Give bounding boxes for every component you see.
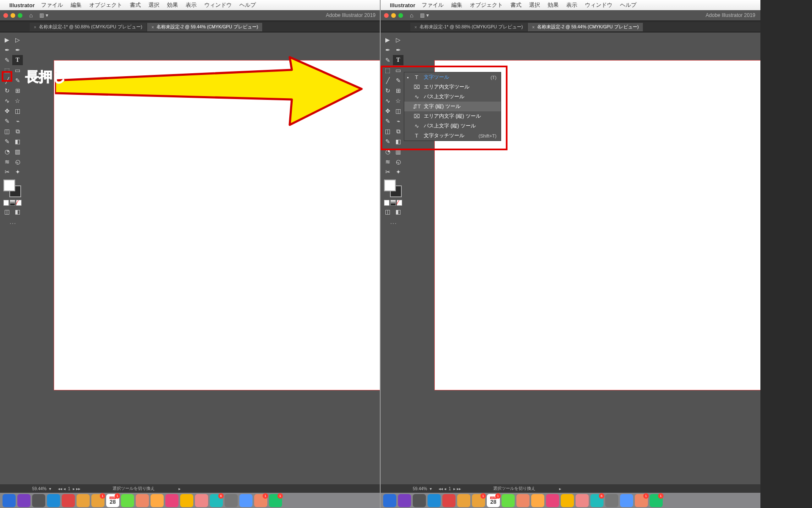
screen-mode[interactable]: ◫ — [382, 207, 393, 217]
menu-file[interactable]: ファイル — [37, 1, 67, 9]
pen-tool[interactable]: ✒ — [382, 45, 393, 55]
window-minimize-button[interactable] — [11, 13, 15, 18]
menu-view[interactable]: 表示 — [182, 1, 200, 9]
dock-app-icon[interactable] — [531, 494, 544, 507]
dock-app-icon[interactable] — [442, 494, 455, 507]
blend-tool[interactable]: ⧉ — [12, 126, 23, 136]
none-mode[interactable]: ⁄ — [16, 200, 22, 206]
menu-edit[interactable]: 編集 — [447, 1, 466, 9]
width-tool[interactable]: ∿ — [2, 96, 12, 106]
dock-app-icon[interactable] — [383, 494, 396, 507]
menu-window[interactable]: ウィンドウ — [200, 1, 236, 9]
window-zoom-button[interactable] — [18, 13, 22, 18]
type-tool[interactable]: T — [12, 55, 23, 65]
menu-help[interactable]: ヘルプ — [616, 1, 640, 9]
dock-app-icon[interactable] — [620, 494, 633, 507]
app-name[interactable]: Illustrator — [390, 2, 415, 8]
dock-app-icon[interactable] — [576, 494, 589, 507]
curvature-tool[interactable]: ✒ — [393, 45, 403, 55]
gradient-tool[interactable]: ⌁ — [12, 116, 23, 126]
shape-builder-tool[interactable]: ✥ — [2, 106, 12, 116]
artboard-tool[interactable]: ◔ — [2, 146, 12, 157]
dock-app-icon[interactable] — [239, 494, 252, 507]
window-zoom-button[interactable] — [398, 13, 403, 18]
line-tool[interactable]: ▭ — [12, 65, 23, 75]
slice-tool[interactable]: ▥ — [12, 146, 23, 157]
menu-type[interactable]: 書式 — [507, 1, 525, 9]
direct-selection-tool[interactable]: ▷ — [393, 35, 403, 45]
screen-mode[interactable]: ◧ — [393, 207, 403, 217]
document-tab[interactable]: ×名称未設定-2 @ 59.44% (CMYK/GPU プレビュー) — [147, 23, 262, 31]
type-tool[interactable]: T — [393, 55, 403, 65]
menu-edit[interactable]: 編集 — [67, 1, 85, 9]
dock-app-icon[interactable]: 6 — [210, 494, 223, 507]
hand-tool[interactable]: ≋ — [382, 157, 393, 167]
mesh-tool[interactable]: ✎ — [2, 116, 12, 126]
screen-mode[interactable]: ◧ — [12, 207, 23, 217]
screen-mode[interactable]: ◫ — [2, 207, 12, 217]
dock-app-icon[interactable] — [398, 494, 411, 507]
dock-app-icon[interactable] — [3, 494, 16, 507]
curvature-tool[interactable]: ✒ — [12, 45, 23, 55]
gradient-mode[interactable] — [390, 200, 396, 206]
dock-app-icon[interactable] — [413, 494, 426, 507]
edit-toolbar[interactable]: ⋯ — [382, 217, 404, 229]
close-tab-icon[interactable]: × — [151, 25, 154, 30]
column-graph-tool[interactable]: ◧ — [12, 136, 23, 146]
artboard-number[interactable]: 1 — [68, 486, 71, 491]
close-tab-icon[interactable]: × — [414, 25, 417, 30]
free-transform-tool[interactable]: ☆ — [12, 96, 23, 106]
measure-tool[interactable]: ✦ — [393, 167, 403, 177]
dock-app-icon[interactable] — [195, 494, 208, 507]
artboard-number[interactable]: 1 — [449, 486, 451, 491]
dock-app-icon[interactable]: 1 — [91, 494, 104, 507]
dock-app-icon[interactable] — [546, 494, 559, 507]
dock-app-icon[interactable]: 1 — [269, 494, 282, 507]
rectangle-tool[interactable]: ⬚ — [2, 65, 12, 75]
dock-app-icon[interactable] — [516, 494, 529, 507]
eyedropper-tool[interactable]: ✂ — [2, 167, 12, 177]
dock-app-icon[interactable]: 10月281 — [487, 494, 500, 507]
window-close-button[interactable] — [384, 13, 389, 18]
measure-tool[interactable]: ✦ — [12, 167, 23, 177]
document-tab[interactable]: ×名称未設定-1* @ 50.88% (CMYK/GPU プレビュー) — [410, 23, 527, 31]
menu-select[interactable]: 選択 — [145, 1, 163, 9]
dock-app-icon[interactable] — [428, 494, 441, 507]
symbol-sprayer-tool[interactable]: ✎ — [2, 136, 12, 146]
menu-view[interactable]: 表示 — [562, 1, 581, 9]
document-tab[interactable]: ×名称未設定-2 @ 59.44% (CMYK/GPU プレビュー) — [528, 23, 643, 31]
pencil-tool[interactable]: ✎ — [2, 55, 12, 65]
color-mode[interactable] — [3, 200, 9, 206]
dock-app-icon[interactable] — [77, 494, 90, 507]
window-close-button[interactable] — [3, 13, 8, 18]
dock-app-icon[interactable]: 6 — [590, 494, 604, 507]
menu-file[interactable]: ファイル — [418, 1, 447, 9]
gradient-mode[interactable] — [10, 200, 15, 206]
menu-object[interactable]: オブジェクト — [85, 1, 126, 9]
fill-stroke-swatch[interactable] — [3, 179, 21, 197]
color-mode[interactable] — [384, 200, 390, 206]
pencil-tool[interactable]: ✎ — [382, 55, 393, 65]
home-icon[interactable]: ⌂ — [410, 12, 413, 19]
fill-stroke-swatch[interactable] — [384, 179, 402, 197]
dock-app-icon[interactable] — [165, 494, 178, 507]
direct-selection-tool[interactable]: ▷ — [12, 35, 23, 45]
scale-tool[interactable]: ⊞ — [12, 86, 23, 96]
dock-app-icon[interactable]: 1 — [254, 494, 267, 507]
dock-app-icon[interactable] — [225, 494, 238, 507]
zoom-level[interactable]: 59.44% — [413, 486, 427, 491]
rotate-tool[interactable]: ↻ — [2, 86, 12, 96]
dock-app-icon[interactable] — [605, 494, 618, 507]
home-icon[interactable]: ⌂ — [29, 12, 33, 19]
close-tab-icon[interactable]: × — [34, 25, 36, 30]
eyedropper-tool[interactable]: ◫ — [2, 126, 12, 136]
window-minimize-button[interactable] — [391, 13, 396, 18]
dock-app-icon[interactable] — [151, 494, 164, 507]
selection-tool[interactable]: ▶ — [2, 35, 12, 45]
menu-type[interactable]: 書式 — [126, 1, 145, 9]
zoom-tool[interactable]: ◵ — [393, 157, 403, 167]
workspace-switcher-icon[interactable]: ▥ ▾ — [39, 12, 48, 18]
document-tab[interactable]: ×名称未設定-1* @ 50.88% (CMYK/GPU プレビュー) — [30, 23, 146, 31]
dock-app-icon[interactable] — [180, 494, 193, 507]
app-name[interactable]: Illustrator — [9, 2, 35, 8]
